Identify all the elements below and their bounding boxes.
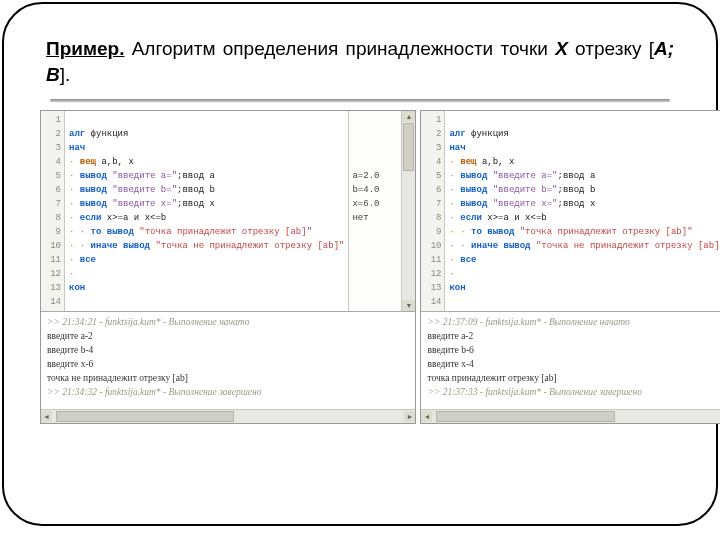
code-text: функция [85, 129, 128, 139]
console-meta: >> 21:34:32 - funktsija.kum* - Выполнени… [47, 387, 262, 397]
code-str: "точка принадлежит отрезку [ab]" [514, 227, 692, 237]
left-editor: 1234567891011121314 алг функция нач · ве… [41, 111, 415, 312]
heading-t2: отрезку [ [568, 38, 654, 59]
right-horizontal-scrollbar[interactable]: ◄ ► [421, 409, 720, 423]
code-kw: иначе вывод [91, 241, 150, 251]
code-kw: кон [449, 283, 465, 293]
code-text: ;ввод b [558, 185, 596, 195]
console-line: введите b-4 [47, 345, 93, 355]
console-meta: >> 21:37:33 - funktsija.kum* - Выполнени… [427, 387, 642, 397]
code-dot: · [69, 199, 80, 209]
right-editor: 1234567891011121314 алг функция нач · ве… [421, 111, 720, 312]
code-text: ;ввод a [177, 171, 215, 181]
side-val: b=4.0 [352, 185, 379, 195]
left-horizontal-scrollbar[interactable]: ◄ ► [41, 409, 415, 423]
code-typ: вещ [80, 157, 96, 167]
code-text: ;ввод x [177, 199, 215, 209]
code-text: x>=a и x<=b [101, 213, 166, 223]
code-kw: все [80, 255, 96, 265]
code-kw: иначе вывод [471, 241, 530, 251]
scroll-thumb[interactable] [436, 411, 614, 422]
code-kw: если [80, 213, 102, 223]
heading-t1: Алгоритм определения принадлежности точк… [124, 38, 555, 59]
console-line: введите x-6 [47, 359, 93, 369]
code-str: "точка не принадлежит отрезку [ab]" [531, 241, 721, 251]
code-kw: вывод [460, 185, 487, 195]
code-text: ;ввод b [177, 185, 215, 195]
left-pane: 1234567891011121314 алг функция нач · ве… [40, 110, 416, 424]
code-dot: · [69, 213, 80, 223]
code-dot: · [449, 185, 460, 195]
code-kw: кон [69, 283, 85, 293]
console-line: введите b-6 [427, 345, 473, 355]
code-dot: · [69, 171, 80, 181]
right-gutter: 1234567891011121314 [421, 111, 445, 311]
code-text: ;ввод x [558, 199, 596, 209]
code-dot: · [69, 269, 80, 279]
code-text: a,b, x [476, 157, 514, 167]
code-dot: · · [449, 241, 471, 251]
code-str: "введите b=" [487, 185, 557, 195]
code-dot: · [69, 157, 80, 167]
scroll-left-icon[interactable]: ◄ [41, 411, 52, 422]
code-kw: все [460, 255, 476, 265]
console-line: введите a-2 [427, 331, 473, 341]
code-dot: · [449, 213, 460, 223]
code-str: "введите x=" [487, 199, 557, 209]
code-dot: · [449, 255, 460, 265]
code-str: "введите b=" [107, 185, 177, 195]
heading-var: X [555, 38, 568, 59]
code-typ: вещ [460, 157, 476, 167]
slide: Пример. Алгоритм определения принадлежно… [0, 0, 720, 540]
code-dot: · [449, 171, 460, 181]
code-kw: вывод [80, 199, 107, 209]
left-console: >> 21:34:21 - funktsija.kum* - Выполнени… [41, 312, 415, 409]
code-text: a,b, x [96, 157, 134, 167]
console-line: введите x-4 [427, 359, 473, 369]
scroll-right-icon[interactable]: ► [404, 411, 415, 422]
console-line: точка принадлежит отрезку [ab] [427, 373, 556, 383]
left-code: алг функция нач · вещ a,b, x · вывод "вв… [65, 111, 348, 311]
heading: Пример. Алгоритм определения принадлежно… [46, 36, 674, 87]
code-text: функция [466, 129, 509, 139]
console-meta: >> 21:34:21 - funktsija.kum* - Выполнени… [47, 317, 249, 327]
code-kw: вывод [460, 171, 487, 181]
scroll-thumb[interactable] [403, 123, 414, 171]
code-str: "введите a=" [107, 171, 177, 181]
right-code: алг функция нач · вещ a,b, x · вывод "вв… [445, 111, 720, 311]
heading-t3: ]. [60, 64, 71, 85]
scroll-down-icon[interactable]: ▼ [402, 300, 415, 311]
code-dot: · [69, 185, 80, 195]
left-values: a=2.0 b=4.0 x=6.0 нет [348, 111, 401, 311]
left-vertical-scrollbar[interactable]: ▲ ▼ [401, 111, 415, 311]
code-kw: вывод [80, 171, 107, 181]
scroll-left-icon[interactable]: ◄ [421, 411, 432, 422]
side-val: нет [352, 213, 368, 223]
code-str: "точка принадлежит отрезку [ab]" [134, 227, 312, 237]
code-dot: · [449, 199, 460, 209]
code-dot: · [449, 269, 460, 279]
code-kw: то вывод [471, 227, 514, 237]
code-kw: если [460, 213, 482, 223]
heading-label: Пример. [46, 38, 124, 59]
code-str: "точка не принадлежит отрезку [ab]" [150, 241, 344, 251]
code-kw: алг [449, 129, 465, 139]
console-line: введите a-2 [47, 331, 93, 341]
code-dot: · · [449, 227, 471, 237]
code-kw: нач [69, 143, 85, 153]
code-dot: · · [69, 227, 91, 237]
right-pane: 1234567891011121314 алг функция нач · ве… [420, 110, 720, 424]
scroll-thumb[interactable] [56, 411, 234, 422]
code-kw: нач [449, 143, 465, 153]
code-kw: вывод [80, 185, 107, 195]
divider [50, 99, 670, 102]
console-meta: >> 21:37:09 - funktsija.kum* - Выполнени… [427, 317, 629, 327]
code-text: ;ввод a [558, 171, 596, 181]
panels: 1234567891011121314 алг функция нач · ве… [40, 110, 680, 424]
right-console: >> 21:37:09 - funktsija.kum* - Выполнени… [421, 312, 720, 409]
scroll-up-icon[interactable]: ▲ [402, 111, 415, 122]
console-line: точка не принадлежит отрезку [ab] [47, 373, 188, 383]
side-val: a=2.0 [352, 171, 379, 181]
code-str: "введите a=" [487, 171, 557, 181]
code-dot: · · [69, 241, 91, 251]
